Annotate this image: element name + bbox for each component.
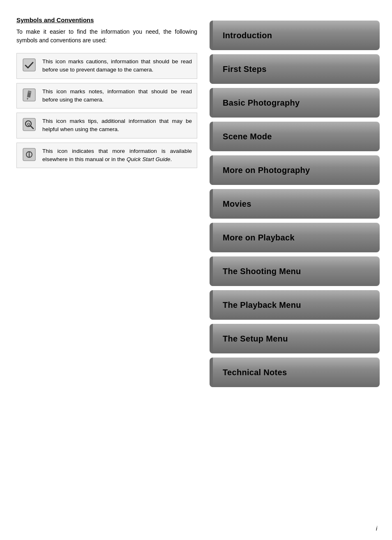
chapter-tab-first-steps[interactable]: First Steps bbox=[210, 54, 380, 84]
chapter-label: Basic Photography bbox=[219, 98, 300, 108]
icon-description-check: This icon marks cautions, information th… bbox=[42, 58, 192, 74]
chapters-container: IntroductionFirst StepsBasic Photography… bbox=[210, 21, 380, 387]
chapter-tab-the-playback-menu[interactable]: The Playback Menu bbox=[210, 290, 380, 320]
chapter-tab-movies[interactable]: Movies bbox=[210, 189, 380, 219]
icon-note bbox=[22, 88, 37, 102]
page-number: i bbox=[376, 525, 377, 532]
chapter-tab-technical-notes[interactable]: Technical Notes bbox=[210, 358, 380, 387]
chapter-label: The Shooting Menu bbox=[219, 267, 301, 276]
section-title: Symbols and Conventions bbox=[16, 16, 197, 23]
icon-ref bbox=[22, 147, 37, 162]
chapter-label: More on Photography bbox=[219, 166, 310, 175]
chapter-label: First Steps bbox=[219, 65, 267, 74]
intro-text: To make it easier to find the informatio… bbox=[16, 28, 197, 45]
chapter-tab-introduction[interactable]: Introduction bbox=[210, 21, 380, 50]
icon-check bbox=[22, 58, 37, 72]
chapter-tab-the-shooting-menu[interactable]: The Shooting Menu bbox=[210, 256, 380, 286]
chapter-label: The Setup Menu bbox=[219, 334, 288, 344]
chapter-tab-more-on-playback[interactable]: More on Playback bbox=[210, 223, 380, 252]
chapter-tab-more-on-photography[interactable]: More on Photography bbox=[210, 155, 380, 185]
chapter-label: The Playback Menu bbox=[219, 300, 301, 310]
icon-row-ref: This icon indicates that more informatio… bbox=[16, 143, 197, 168]
icon-tip: Q bbox=[22, 117, 37, 132]
left-column: Symbols and Conventions To make it easie… bbox=[16, 16, 197, 524]
chapter-label: Technical Notes bbox=[219, 368, 287, 377]
icon-rows: This icon marks cautions, information th… bbox=[16, 53, 197, 168]
icon-description-tip: This icon marks tips, additional informa… bbox=[42, 117, 192, 134]
icon-row-check: This icon marks cautions, information th… bbox=[16, 53, 197, 79]
chapter-label: More on Playback bbox=[219, 233, 295, 242]
icon-description-note: This icon marks notes, information that … bbox=[42, 88, 192, 104]
chapter-tab-the-setup-menu[interactable]: The Setup Menu bbox=[210, 324, 380, 353]
chapter-label: Introduction bbox=[219, 31, 272, 40]
icon-row-tip: QThis icon marks tips, additional inform… bbox=[16, 113, 197, 138]
right-column: IntroductionFirst StepsBasic Photography… bbox=[210, 16, 380, 524]
icon-row-note: This icon marks notes, information that … bbox=[16, 83, 197, 109]
page-container: Symbols and Conventions To make it easie… bbox=[0, 0, 392, 540]
svg-text:Q: Q bbox=[27, 122, 30, 126]
chapter-label: Movies bbox=[219, 199, 251, 209]
chapter-tab-basic-photography[interactable]: Basic Photography bbox=[210, 88, 380, 118]
chapter-label: Scene Mode bbox=[219, 132, 272, 141]
icon-description-ref: This icon indicates that more informatio… bbox=[42, 147, 192, 164]
chapter-tab-scene-mode[interactable]: Scene Mode bbox=[210, 122, 380, 151]
svg-rect-0 bbox=[23, 59, 35, 71]
